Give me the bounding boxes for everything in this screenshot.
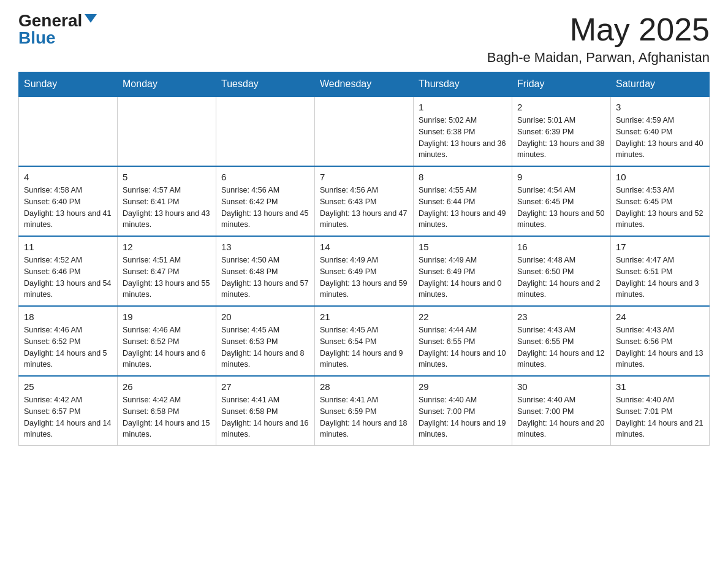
calendar-day-13: 13Sunrise: 4:50 AMSunset: 6:48 PMDayligh… [216, 236, 315, 306]
calendar-day-20: 20Sunrise: 4:45 AMSunset: 6:53 PMDayligh… [216, 306, 315, 376]
calendar-day-30: 30Sunrise: 4:40 AMSunset: 7:00 PMDayligh… [512, 376, 611, 446]
calendar-day-5: 5Sunrise: 4:57 AMSunset: 6:41 PMDaylight… [118, 166, 216, 236]
day-number: 7 [320, 172, 408, 182]
calendar-day-8: 8Sunrise: 4:55 AMSunset: 6:44 PMDaylight… [414, 166, 512, 236]
day-info: Sunrise: 4:54 AMSunset: 6:45 PMDaylight:… [517, 185, 605, 231]
calendar-header-friday: Friday [512, 72, 611, 97]
day-info: Sunrise: 4:42 AMSunset: 6:58 PMDaylight:… [123, 394, 211, 440]
day-info: Sunrise: 4:58 AMSunset: 6:40 PMDaylight:… [24, 185, 112, 231]
day-info: Sunrise: 4:41 AMSunset: 6:58 PMDaylight:… [221, 394, 309, 440]
day-number: 6 [221, 172, 309, 182]
day-info: Sunrise: 4:43 AMSunset: 6:56 PMDaylight:… [616, 324, 704, 370]
calendar-day-17: 17Sunrise: 4:47 AMSunset: 6:51 PMDayligh… [611, 236, 710, 306]
day-info: Sunrise: 4:46 AMSunset: 6:52 PMDaylight:… [24, 324, 112, 370]
location-title: Bagh-e Maidan, Parwan, Afghanistan [487, 50, 710, 66]
calendar-week-row-1: 1Sunrise: 5:02 AMSunset: 6:38 PMDaylight… [19, 96, 710, 166]
logo-triangle-icon [85, 14, 97, 23]
month-title: May 2025 [487, 12, 710, 47]
calendar-day-4: 4Sunrise: 4:58 AMSunset: 6:40 PMDaylight… [19, 166, 118, 236]
calendar-week-row-2: 4Sunrise: 4:58 AMSunset: 6:40 PMDaylight… [19, 166, 710, 236]
calendar-day-14: 14Sunrise: 4:49 AMSunset: 6:49 PMDayligh… [315, 236, 414, 306]
calendar-day-10: 10Sunrise: 4:53 AMSunset: 6:45 PMDayligh… [611, 166, 710, 236]
calendar-day-7: 7Sunrise: 4:56 AMSunset: 6:43 PMDaylight… [315, 166, 414, 236]
calendar-day-21: 21Sunrise: 4:45 AMSunset: 6:54 PMDayligh… [315, 306, 414, 376]
day-number: 9 [517, 172, 605, 182]
day-number: 23 [517, 312, 605, 322]
day-info: Sunrise: 4:51 AMSunset: 6:47 PMDaylight:… [123, 255, 211, 301]
calendar-day-18: 18Sunrise: 4:46 AMSunset: 6:52 PMDayligh… [19, 306, 118, 376]
day-info: Sunrise: 4:59 AMSunset: 6:40 PMDaylight:… [616, 115, 704, 161]
day-number: 2 [517, 102, 605, 112]
day-info: Sunrise: 4:57 AMSunset: 6:41 PMDaylight:… [123, 185, 211, 231]
day-info: Sunrise: 4:45 AMSunset: 6:53 PMDaylight:… [221, 324, 309, 370]
calendar-header-tuesday: Tuesday [216, 72, 315, 97]
day-info: Sunrise: 4:52 AMSunset: 6:46 PMDaylight:… [24, 255, 112, 301]
calendar-week-row-5: 25Sunrise: 4:42 AMSunset: 6:57 PMDayligh… [19, 376, 710, 446]
calendar-header-saturday: Saturday [611, 72, 710, 97]
calendar-day-31: 31Sunrise: 4:40 AMSunset: 7:01 PMDayligh… [611, 376, 710, 446]
day-info: Sunrise: 4:53 AMSunset: 6:45 PMDaylight:… [616, 185, 704, 231]
calendar-day-11: 11Sunrise: 4:52 AMSunset: 6:46 PMDayligh… [19, 236, 118, 306]
day-info: Sunrise: 4:50 AMSunset: 6:48 PMDaylight:… [221, 255, 309, 301]
day-info: Sunrise: 4:45 AMSunset: 6:54 PMDaylight:… [320, 324, 408, 370]
calendar-day-empty [315, 96, 414, 166]
calendar-day-19: 19Sunrise: 4:46 AMSunset: 6:52 PMDayligh… [118, 306, 216, 376]
day-number: 4 [24, 172, 112, 182]
calendar-day-empty [19, 96, 118, 166]
day-number: 10 [616, 172, 704, 182]
calendar-day-2: 2Sunrise: 5:01 AMSunset: 6:39 PMDaylight… [512, 96, 611, 166]
day-number: 19 [123, 312, 211, 322]
day-number: 16 [517, 242, 605, 252]
calendar-header-sunday: Sunday [19, 72, 118, 97]
calendar-week-row-4: 18Sunrise: 4:46 AMSunset: 6:52 PMDayligh… [19, 306, 710, 376]
day-number: 15 [419, 242, 507, 252]
day-number: 28 [320, 381, 408, 392]
day-info: Sunrise: 4:40 AMSunset: 7:00 PMDaylight:… [517, 394, 605, 440]
day-info: Sunrise: 4:47 AMSunset: 6:51 PMDaylight:… [616, 255, 704, 301]
day-info: Sunrise: 4:49 AMSunset: 6:49 PMDaylight:… [320, 255, 408, 301]
day-info: Sunrise: 5:01 AMSunset: 6:39 PMDaylight:… [517, 115, 605, 161]
calendar-header-wednesday: Wednesday [315, 72, 414, 97]
calendar-day-27: 27Sunrise: 4:41 AMSunset: 6:58 PMDayligh… [216, 376, 315, 446]
calendar-day-16: 16Sunrise: 4:48 AMSunset: 6:50 PMDayligh… [512, 236, 611, 306]
day-info: Sunrise: 4:56 AMSunset: 6:42 PMDaylight:… [221, 185, 309, 231]
day-info: Sunrise: 4:40 AMSunset: 7:01 PMDaylight:… [616, 394, 704, 440]
day-info: Sunrise: 4:40 AMSunset: 7:00 PMDaylight:… [419, 394, 507, 440]
day-number: 1 [419, 102, 507, 112]
calendar-day-6: 6Sunrise: 4:56 AMSunset: 6:42 PMDaylight… [216, 166, 315, 236]
day-number: 17 [616, 242, 704, 252]
day-number: 20 [221, 312, 309, 322]
calendar-day-23: 23Sunrise: 4:43 AMSunset: 6:55 PMDayligh… [512, 306, 611, 376]
calendar-day-29: 29Sunrise: 4:40 AMSunset: 7:00 PMDayligh… [414, 376, 512, 446]
calendar-header-thursday: Thursday [414, 72, 512, 97]
calendar-day-empty [216, 96, 315, 166]
calendar-day-empty [118, 96, 216, 166]
day-number: 22 [419, 312, 507, 322]
day-number: 29 [419, 381, 507, 392]
calendar-day-26: 26Sunrise: 4:42 AMSunset: 6:58 PMDayligh… [118, 376, 216, 446]
day-number: 25 [24, 381, 112, 392]
calendar-day-24: 24Sunrise: 4:43 AMSunset: 6:56 PMDayligh… [611, 306, 710, 376]
day-info: Sunrise: 4:42 AMSunset: 6:57 PMDaylight:… [24, 394, 112, 440]
calendar-day-3: 3Sunrise: 4:59 AMSunset: 6:40 PMDaylight… [611, 96, 710, 166]
day-info: Sunrise: 4:55 AMSunset: 6:44 PMDaylight:… [419, 185, 507, 231]
calendar-day-1: 1Sunrise: 5:02 AMSunset: 6:38 PMDaylight… [414, 96, 512, 166]
day-info: Sunrise: 4:49 AMSunset: 6:49 PMDaylight:… [419, 255, 507, 301]
logo: General Blue [18, 12, 97, 47]
day-info: Sunrise: 4:48 AMSunset: 6:50 PMDaylight:… [517, 255, 605, 301]
calendar-header-row: SundayMondayTuesdayWednesdayThursdayFrid… [19, 72, 710, 97]
calendar-day-15: 15Sunrise: 4:49 AMSunset: 6:49 PMDayligh… [414, 236, 512, 306]
day-info: Sunrise: 5:02 AMSunset: 6:38 PMDaylight:… [419, 115, 507, 161]
page-header: General Blue May 2025 Bagh-e Maidan, Par… [18, 12, 710, 66]
calendar-day-12: 12Sunrise: 4:51 AMSunset: 6:47 PMDayligh… [118, 236, 216, 306]
calendar-header-monday: Monday [118, 72, 216, 97]
day-number: 26 [123, 381, 211, 392]
title-block: May 2025 Bagh-e Maidan, Parwan, Afghanis… [487, 12, 710, 66]
day-info: Sunrise: 4:43 AMSunset: 6:55 PMDaylight:… [517, 324, 605, 370]
logo-general-text: General [18, 12, 82, 29]
calendar-week-row-3: 11Sunrise: 4:52 AMSunset: 6:46 PMDayligh… [19, 236, 710, 306]
day-number: 12 [123, 242, 211, 252]
calendar-day-25: 25Sunrise: 4:42 AMSunset: 6:57 PMDayligh… [19, 376, 118, 446]
day-number: 21 [320, 312, 408, 322]
day-number: 27 [221, 381, 309, 392]
